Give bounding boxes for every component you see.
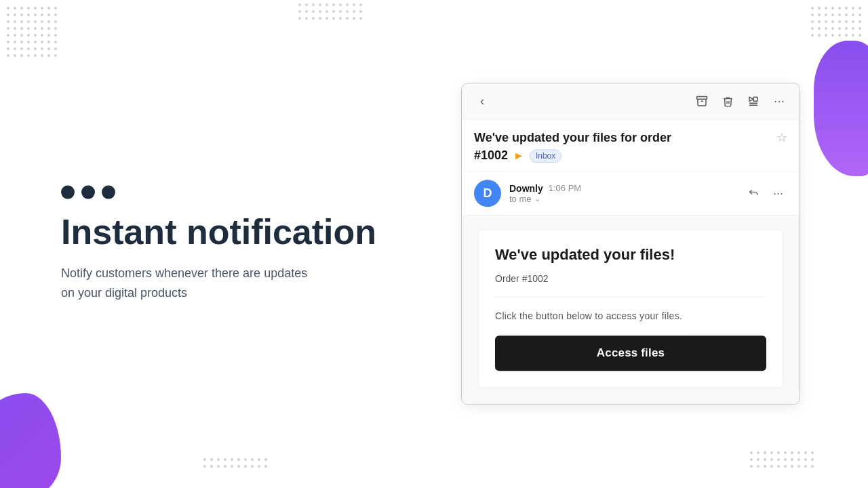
left-panel: Instant notification Notify customers wh… xyxy=(61,186,380,303)
sender-to: to me ⌄ xyxy=(509,194,736,204)
reply-icon[interactable] xyxy=(744,184,763,203)
dot-1 xyxy=(61,186,75,199)
dots-top-center xyxy=(298,3,362,20)
more-actions-icon[interactable]: ⋯ xyxy=(768,184,787,203)
email-order: Order #1002 xyxy=(495,274,766,298)
more-icon[interactable]: ⋯ xyxy=(770,92,789,110)
tag-icon: ► xyxy=(513,150,524,162)
dot-2 xyxy=(81,186,95,199)
inbox-badge: Inbox xyxy=(530,149,561,163)
email-headline: We've updated your files! xyxy=(495,247,766,264)
dots-bottom-right xyxy=(750,451,814,468)
email-header: We've updated your files for order #1002… xyxy=(462,119,800,171)
delete-icon[interactable] xyxy=(718,92,737,110)
to-label: to me xyxy=(509,194,532,204)
email-body: We've updated your files! Order #1002 Cl… xyxy=(462,216,800,405)
star-icon[interactable]: ☆ xyxy=(776,130,787,145)
access-files-button[interactable]: Access files xyxy=(495,336,766,371)
dots-bottom-left xyxy=(203,458,267,468)
dots-top-left xyxy=(7,7,57,57)
subject-row2: #1002 ► Inbox xyxy=(474,149,770,163)
subtitle: Notify customers whenever there are upda… xyxy=(61,264,319,303)
blob-right xyxy=(814,41,868,176)
sender-time: 1:06 PM xyxy=(549,184,581,194)
svg-rect-0 xyxy=(697,97,707,100)
sender-actions: ⋯ xyxy=(744,184,787,203)
email-mockup: ‹ ⋯ xyxy=(461,83,800,405)
avatar: D xyxy=(474,180,501,207)
blob-left xyxy=(0,393,61,488)
main-title: Instant notification xyxy=(61,213,380,251)
sender-info: D Downly 1:06 PM to me ⌄ ⋯ xyxy=(462,172,800,216)
sender-name-row: Downly 1:06 PM xyxy=(509,183,736,194)
order-number: #1002 xyxy=(474,149,508,163)
sender-details: Downly 1:06 PM to me ⌄ xyxy=(509,183,736,204)
back-button[interactable]: ‹ xyxy=(473,92,492,110)
subject-line1: We've updated your files for order xyxy=(474,130,770,146)
chevron-down-icon[interactable]: ⌄ xyxy=(534,195,540,203)
email-cta-text: Click the button below to access your fi… xyxy=(495,310,766,324)
sender-name: Downly xyxy=(509,183,543,194)
dot-3 xyxy=(102,186,115,199)
subject-area: We've updated your files for order #1002… xyxy=(474,130,787,163)
three-dots-decoration xyxy=(61,186,380,199)
dots-top-right xyxy=(811,7,861,37)
archive-icon[interactable] xyxy=(692,92,711,110)
email-toolbar: ‹ ⋯ xyxy=(462,83,800,119)
forward-icon[interactable] xyxy=(744,92,763,110)
email-body-inner: We've updated your files! Order #1002 Cl… xyxy=(478,230,783,388)
